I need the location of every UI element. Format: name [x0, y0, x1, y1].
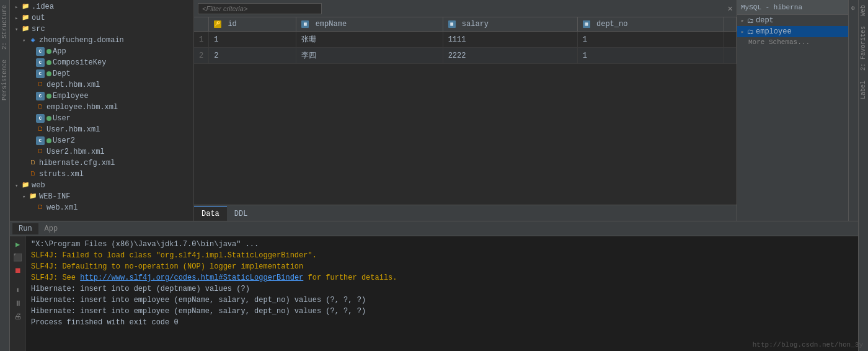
cell-dept_no: 1	[577, 48, 724, 64]
settings-label[interactable]: ⚙	[849, 0, 858, 17]
tree-label-idea: .idea	[32, 2, 54, 11]
pause-btn[interactable]: ⏸	[12, 298, 24, 309]
tree-item-Employee[interactable]: C Employee	[10, 91, 193, 102]
tree-label-web-xml: web.xml	[46, 203, 78, 212]
tree-item-dept-hbm[interactable]: 🗋 dept.hbm.xml	[10, 79, 193, 91]
xml-icon-web: 🗋	[36, 203, 45, 212]
tree-item-src[interactable]: 📁 src	[10, 24, 193, 35]
tree-label-App: App	[53, 47, 66, 56]
tree-item-domain[interactable]: ◈ zhongfucheng.domain	[10, 35, 193, 46]
normal-col-icon-dept_no: ▦	[583, 20, 590, 28]
arrow-right-employee	[741, 29, 747, 35]
col-id-label: id	[228, 20, 236, 29]
bottom-tabs: Run App	[10, 221, 858, 236]
tree-item-struts-xml[interactable]: 🗋 struts.xml	[10, 169, 193, 180]
console-line: Hibernate: insert into employee (empName…	[31, 306, 853, 317]
xml-icon-employee-hbm: 🗋	[36, 103, 45, 112]
tree-item-hibernate-cfg[interactable]: 🗋 hibernate.cfg.xml	[10, 158, 193, 169]
tree-label-User-hbm: User.hbm.xml	[46, 125, 100, 134]
right-tree-dept[interactable]: 🗂 dept	[737, 15, 848, 26]
print-btn[interactable]: 🖨	[12, 311, 24, 322]
key-col-icon: 🔑	[214, 20, 221, 28]
class-icon-App: C	[36, 47, 45, 56]
project-tree: 📁 .idea 📁 out 📁 src ◈ zhongfucheng.domai	[10, 0, 194, 221]
class-icon-Employee: C	[36, 92, 45, 100]
cell-rownum: 1	[194, 32, 209, 48]
clear-button[interactable]: ✕	[728, 3, 733, 14]
tree-label-employee-hbm: employee.hbm.xml	[46, 103, 118, 112]
cell-dept_no: 1	[577, 32, 724, 48]
filter-input[interactable]	[198, 3, 322, 14]
tree-item-out[interactable]: 📁 out	[10, 12, 193, 24]
badge-CompositeKey	[46, 60, 51, 65]
col-id[interactable]: 🔑 id	[209, 17, 296, 32]
tab-app[interactable]: App	[38, 223, 64, 234]
tree-item-App[interactable]: C App	[10, 46, 193, 57]
tree-item-CompositeKey[interactable]: C CompositeKey	[10, 57, 193, 68]
class-icon-User2: C	[36, 136, 45, 145]
tree-item-WEB-INF[interactable]: 📁 WEB-INF	[10, 191, 193, 202]
tree-label-User2-hbm: User2.hbm.xml	[46, 148, 105, 156]
tree-item-web-xml[interactable]: 🗋 web.xml	[10, 202, 193, 213]
class-icon-Dept: C	[36, 69, 45, 78]
console-line: SLF4J: Defaulting to no-operation (NOP) …	[31, 261, 853, 272]
right-tree-employee[interactable]: 🗂 employee	[737, 26, 848, 37]
arrow-domain	[22, 37, 29, 44]
tree-item-idea[interactable]: 📁 .idea	[10, 1, 193, 12]
console-warn-text: SLF4J: Defaulting to no-operation (NOP) …	[31, 262, 303, 271]
db-tabs: Data DDL	[194, 205, 737, 221]
tab-ddl[interactable]: DDL	[227, 207, 255, 221]
right-db-header: MySQL - hiberna	[737, 0, 848, 15]
arrow-WEB-INF	[22, 193, 29, 200]
bottom-area: Run App ▶ ⬛ ⏹ ⬇ ⏸ 🖨 "X:\Program Files (x…	[10, 221, 858, 351]
right-tree-more[interactable]: More Schemas...	[737, 37, 848, 47]
right-label-dept: 🗂	[747, 17, 754, 25]
favorites-label[interactable]: 2: Favorites	[859, 21, 868, 76]
class-icon-CompositeKey: C	[36, 58, 45, 67]
scroll-btn[interactable]: ⬇	[12, 285, 24, 296]
persistence-label[interactable]: Persistence	[0, 55, 9, 105]
col-rownum	[194, 17, 209, 32]
tab-run[interactable]: Run	[12, 223, 38, 234]
xml-icon-dept-hbm: 🗋	[36, 81, 45, 89]
col-dept_no[interactable]: ▦ dept_no	[577, 17, 724, 32]
outer-label[interactable]: Label	[859, 76, 868, 104]
tree-item-User-hbm[interactable]: 🗋 User.hbm.xml	[10, 124, 193, 135]
tree-item-User2-hbm[interactable]: 🗋 User2.hbm.xml	[10, 146, 193, 158]
tree-item-web[interactable]: 📁 web	[10, 180, 193, 191]
left-side-labels: 2: Structure Persistence	[0, 0, 10, 351]
console-toolbar: ▶ ⬛ ⏹ ⬇ ⏸ 🖨	[10, 236, 26, 351]
col-extra	[724, 17, 737, 32]
tree-label-out: out	[32, 14, 45, 22]
cell-extra	[724, 48, 737, 64]
tree-item-User[interactable]: C User	[10, 113, 193, 124]
tree-label-web: web	[32, 181, 45, 190]
tree-item-User2[interactable]: C User2	[10, 135, 193, 146]
web-label[interactable]: Web	[859, 0, 868, 21]
tree-item-Dept[interactable]: C Dept	[10, 68, 193, 79]
normal-col-icon-empName: ▦	[301, 20, 309, 28]
db-view: ✕ 🔑 id ▦	[194, 0, 737, 221]
stop-red-btn[interactable]: ⏹	[12, 265, 24, 276]
table-row[interactable]: 1 1 张珊 1111 1	[194, 32, 737, 48]
tree-label-domain: zhongfucheng.domain	[39, 36, 124, 45]
badge-User	[46, 116, 51, 121]
cell-extra	[724, 32, 737, 48]
tree-label-User: User	[53, 114, 71, 123]
console-link[interactable]: http://www.slf4j.org/codes.html#StaticLo…	[80, 273, 303, 282]
col-salary[interactable]: ▦ salary	[443, 17, 577, 32]
col-empName[interactable]: ▦ empName	[296, 17, 443, 32]
arrow-idea	[15, 4, 21, 11]
watermark: http://blog.csdn.net/hon_3y	[753, 341, 863, 349]
cell-salary: 2222	[443, 48, 577, 64]
stop-btn[interactable]: ⬛	[12, 252, 24, 263]
folder-icon-idea: 📁	[21, 2, 30, 11]
tree-item-employee-hbm[interactable]: 🗋 employee.hbm.xml	[10, 102, 193, 113]
run-btn[interactable]: ▶	[12, 239, 24, 250]
normal-col-icon-salary: ▦	[448, 20, 456, 28]
table-row[interactable]: 2 2 李四 2222 1	[194, 48, 737, 64]
console-warn-text: SLF4J: See	[31, 273, 80, 282]
tab-data[interactable]: Data	[194, 207, 227, 221]
structure-label[interactable]: 2: Structure	[0, 0, 9, 55]
tree-label-Employee: Employee	[53, 92, 89, 100]
